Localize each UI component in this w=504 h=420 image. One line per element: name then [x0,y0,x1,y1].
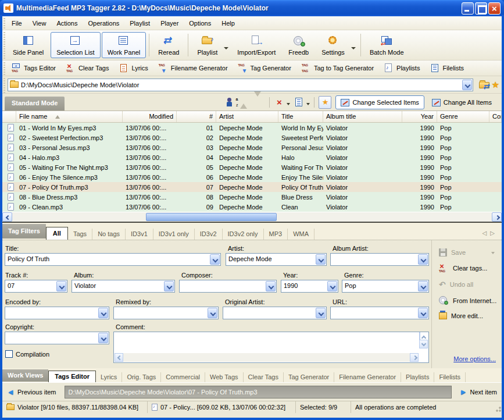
table-row[interactable]: 05 - Waiting For The Night.mp3 13/07/06 … [2,162,502,172]
tag-filter-tab-id3v2[interactable]: ID3v2 [195,229,223,240]
filename-generator-button[interactable]: TAG▼ Filename Generator [155,62,231,74]
menu-player[interactable]: Player [155,18,184,29]
playlists-button[interactable]: Playlists [381,62,423,74]
work-view-tab-tag-generator[interactable]: Tag Generator [284,372,334,382]
move-up-icon[interactable] [240,97,252,108]
column-icon[interactable] [2,111,16,122]
maximize-button[interactable] [475,2,487,15]
from-internet-button[interactable]: From Internet... [432,293,502,309]
reread-button[interactable]: ⇄ Reread [152,32,185,58]
more-options-link[interactable]: More options... [453,355,496,362]
more-edit-button[interactable]: More edit... [432,309,502,323]
menu-playlist[interactable]: Playlist [124,18,155,29]
go-folder-icon[interactable]: ⇄ [478,80,489,90]
table-row-selected[interactable]: 07 - Policy Of Truth.mp3 13/07/06 00:...… [2,182,502,192]
scroll-right-button[interactable] [492,212,502,222]
work-view-tab-playlists[interactable]: Playlists [401,372,434,382]
work-view-tab-commercial[interactable]: Commercial [161,372,205,382]
horizontal-scrollbar[interactable] [2,212,502,222]
tag-filter-tab-tags[interactable]: Tags [68,229,92,240]
list-view-icon[interactable] [293,97,305,108]
undo-all-button[interactable]: ↶ Undo all [432,276,502,293]
comment-textarea[interactable] [113,332,429,363]
save-dropdown-arrow[interactable] [491,252,495,256]
toolbar-grip[interactable] [2,30,6,60]
column-year[interactable]: Year [402,111,437,122]
table-row[interactable]: 02 - Sweetest Perfection.mp3 13/07/06 00… [2,133,502,143]
change-selected-items-button[interactable]: Change Selected Items [335,95,424,109]
work-panel-button[interactable]: Work Panel [102,32,146,58]
tag-filter-tab-no-tags[interactable]: No tags [92,229,126,240]
work-view-tab-web-tags[interactable]: Web Tags [205,372,244,382]
table-row[interactable]: 03 - Personal Jesus.mp3 13/07/06 00:... … [2,143,502,152]
dropdown-button[interactable] [98,308,108,318]
menu-file[interactable]: File [6,18,27,29]
column-comment[interactable]: Comment [489,111,502,122]
standard-mode-tab[interactable]: Standard Mode [5,97,65,111]
comment-scroll-up-button[interactable] [419,332,420,340]
highlight-icon-button[interactable]: ★ [319,96,331,109]
next-item-button[interactable]: ► Next item [455,385,502,398]
album-artist-combo[interactable] [330,253,429,266]
encoded-by-combo[interactable] [5,307,109,319]
work-view-tab-clear-tags[interactable]: Clear Tags [244,372,284,382]
settings-button[interactable]: Settings [316,32,351,58]
save-button[interactable]: Save [432,245,502,260]
menu-view[interactable]: View [27,18,52,29]
work-view-tab-filelists[interactable]: Filelists [434,372,466,382]
previous-item-button[interactable]: ◄ Previous item [2,385,61,398]
column-modified[interactable]: Modified [123,111,177,122]
filelists-button[interactable]: Filelists [427,62,467,74]
artist-combo[interactable]: Depeche Mode [226,253,327,266]
copyright-combo[interactable] [5,332,109,344]
table-row[interactable]: 09 - Clean.mp3 13/07/06 00:... 09 Depech… [2,202,502,212]
playlist-button[interactable]: ♪ Playlist [191,32,223,58]
comment-scroll-right-button[interactable] [410,353,419,362]
scrollbar-thumb[interactable] [146,213,277,221]
menubar-grip[interactable] [2,16,6,30]
work-view-tab-orig-tags[interactable]: Orig. Tags [122,372,161,382]
scrollbar-track[interactable] [12,212,492,222]
dropdown-button[interactable] [208,308,217,318]
dropdown-button[interactable] [56,281,66,291]
side-panel-button[interactable]: Side Panel [7,32,49,58]
comment-scroll-left-button[interactable] [115,353,123,362]
tags-editor-button[interactable]: aTAG Tags Editor [8,62,59,74]
address-dropdown-button[interactable] [462,80,472,90]
original-artist-combo[interactable] [223,307,327,319]
dropdown-button[interactable] [418,308,428,318]
menu-options[interactable]: Options [184,18,216,29]
column-file-name[interactable]: File name [16,111,123,122]
change-all-items-button[interactable]: Change All Items [427,95,497,109]
dropdown-button[interactable] [418,281,428,291]
dropdown-button[interactable] [98,333,108,343]
column-track-number[interactable]: # [177,111,216,122]
composer-combo[interactable] [179,280,277,293]
menu-operations[interactable]: Operations [83,18,124,29]
freedb-button[interactable]: Freedb [283,32,314,58]
remixed-by-combo[interactable] [113,307,219,319]
column-genre[interactable]: Genre [437,111,489,122]
playlist-dropdown-arrow[interactable] [224,47,228,52]
track-combo[interactable]: 07 [5,280,67,293]
sort-az-icon[interactable]: az [226,97,238,108]
menu-help[interactable]: Help [216,18,240,29]
title-combo[interactable]: Policy Of Truth [5,253,221,266]
work-view-tab-lyrics[interactable]: Lyrics [96,372,122,382]
table-row[interactable]: 01 - World In My Eyes.mp3 13/07/06 00:..… [2,123,502,133]
year-combo[interactable]: 1990 [281,280,338,293]
comment-scroll-down-button[interactable] [419,340,428,348]
title-bar[interactable]: MultimediaFeed MP3 Tagger 2.82 - D:\MyDo… [0,0,504,16]
import-export-button[interactable]: → Import/Export [231,32,281,58]
table-row[interactable]: 04 - Halo.mp3 13/07/06 00:... 04 Depeche… [2,152,502,162]
selection-list-button[interactable]: → Selection List [51,32,100,58]
tag-filter-tab-id3v2-only[interactable]: ID3v2 only [223,229,264,240]
dropdown-button[interactable] [327,281,337,291]
column-title[interactable]: Title [278,111,323,122]
delete-dropdown-arrow[interactable] [287,103,290,107]
close-button[interactable] [488,2,501,15]
resize-grip[interactable] [494,401,502,413]
genre-combo[interactable]: Pop [342,280,429,293]
tag-filter-tab-mp3[interactable]: MP3 [264,229,288,240]
address-combo[interactable]: D:\MyDocs\Music\Depeche Mode\Violator [8,79,473,91]
